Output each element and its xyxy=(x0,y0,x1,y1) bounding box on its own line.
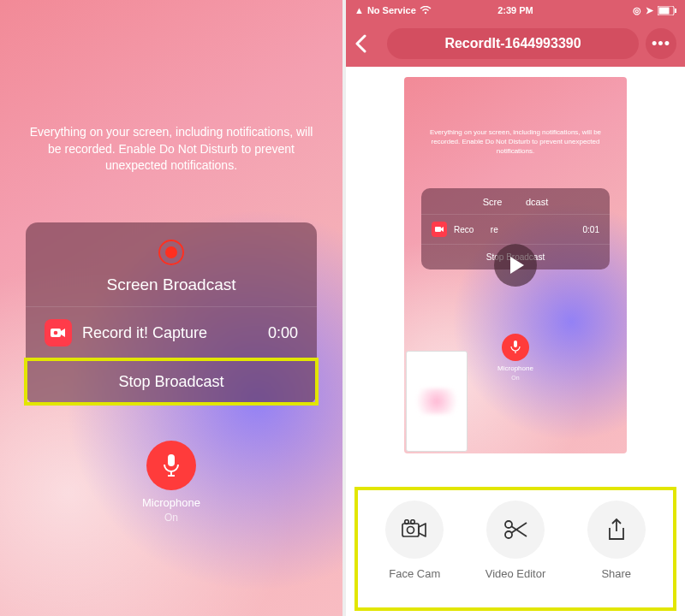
svg-point-14 xyxy=(405,520,409,524)
svg-rect-8 xyxy=(675,9,676,13)
compass-icon: ◎ xyxy=(633,5,641,16)
svg-point-13 xyxy=(408,527,414,534)
thumb-timer: 0:01 xyxy=(583,225,599,234)
broadcast-modal: Screen Broadcast Record it! Capture 0:00… xyxy=(26,222,317,405)
svg-point-1 xyxy=(54,331,58,335)
chevron-left-icon xyxy=(354,34,366,53)
service-status: No Service xyxy=(367,5,416,15)
svg-rect-12 xyxy=(402,524,419,536)
play-button[interactable] xyxy=(494,244,537,287)
camera-icon xyxy=(402,519,427,540)
recording-info-text: Everything on your screen, including not… xyxy=(26,124,317,175)
recording-timer: 0:00 xyxy=(268,324,298,342)
scissors-icon xyxy=(503,519,527,540)
left-screen: Everything on your screen, including not… xyxy=(0,0,342,616)
app-row[interactable]: Record it! Capture 0:00 xyxy=(26,306,317,358)
battery-icon xyxy=(658,6,676,15)
ellipsis-icon: ••• xyxy=(652,35,670,53)
facecam-overlay xyxy=(406,351,468,452)
app-header: RecordIt-1644993390 ••• xyxy=(346,21,685,67)
editor-label: Video Editor xyxy=(485,567,546,580)
modal-title: Screen Broadcast xyxy=(26,275,317,294)
facecam-button[interactable]: Face Cam xyxy=(385,500,444,580)
svg-rect-2 xyxy=(168,454,175,466)
app-name: Record it! Capture xyxy=(82,324,268,342)
thumb-title-right: dcast xyxy=(526,197,548,207)
microphone-icon xyxy=(162,453,181,477)
modal-header: Screen Broadcast xyxy=(26,222,317,306)
svg-rect-10 xyxy=(514,341,517,347)
thumb-info-text: Everything on your screen, including not… xyxy=(421,128,610,156)
thumb-title-left: Scre xyxy=(483,197,503,207)
svg-rect-7 xyxy=(659,7,670,14)
location-icon: ➤ xyxy=(646,5,653,16)
microphone-label: Microphone xyxy=(0,496,342,509)
wifi-icon xyxy=(420,6,432,15)
video-preview[interactable]: Everything on your screen, including not… xyxy=(346,67,685,483)
recording-title[interactable]: RecordIt-1644993390 xyxy=(387,28,639,59)
stop-broadcast-button[interactable]: Stop Broadcast xyxy=(26,358,317,405)
share-icon xyxy=(606,518,627,542)
record-indicator-icon xyxy=(158,240,184,265)
more-options-button[interactable]: ••• xyxy=(646,28,676,59)
thumb-mic-icon xyxy=(502,334,529,361)
video-thumbnail: Everything on your screen, including not… xyxy=(404,77,627,453)
svg-point-5 xyxy=(425,12,426,14)
share-label: Share xyxy=(601,567,631,580)
microphone-button[interactable] xyxy=(146,441,196,490)
back-button[interactable] xyxy=(354,34,380,53)
warning-icon: ▲ xyxy=(354,5,364,15)
right-screen: ▲ No Service 2:39 PM ◎ ➤ RecordIt-164499… xyxy=(346,0,685,616)
video-editor-button[interactable]: Video Editor xyxy=(485,500,546,580)
facecam-label: Face Cam xyxy=(389,567,440,580)
thumb-app-icon xyxy=(432,222,447,237)
share-button[interactable]: Share xyxy=(587,500,646,580)
bottom-toolbar: Face Cam Video Editor xyxy=(346,483,685,616)
svg-rect-9 xyxy=(435,227,441,232)
play-icon xyxy=(510,257,524,274)
app-icon xyxy=(45,319,72,346)
clock: 2:39 PM xyxy=(497,5,533,15)
microphone-status: On xyxy=(0,512,342,524)
status-bar: ▲ No Service 2:39 PM ◎ ➤ xyxy=(346,0,685,21)
svg-point-15 xyxy=(411,520,415,524)
